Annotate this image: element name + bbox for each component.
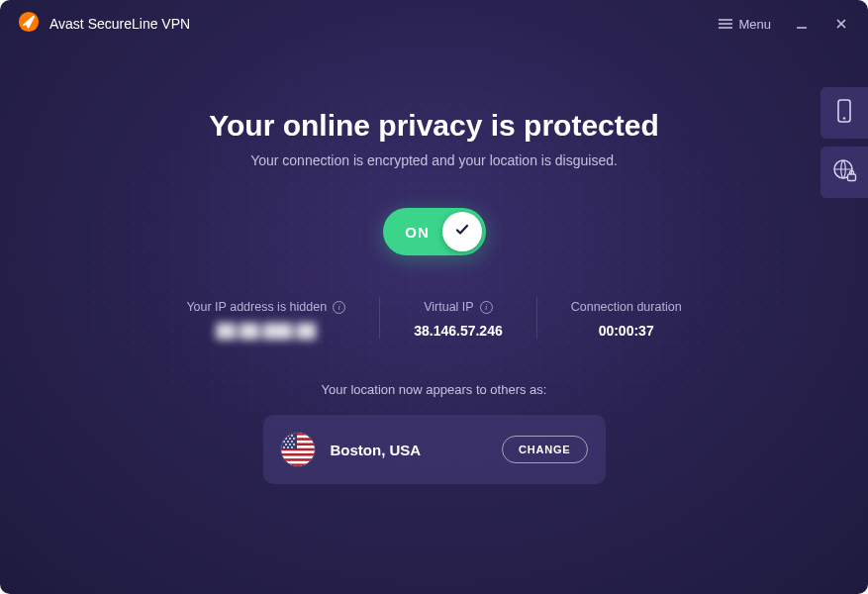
svg-rect-11 [281, 453, 315, 456]
browser-tab[interactable] [820, 147, 868, 198]
info-icon[interactable]: i [333, 301, 345, 314]
svg-point-23 [291, 441, 293, 443]
check-icon [453, 221, 471, 243]
stat-real-ip-label: Your IP address is hidden i [186, 300, 345, 314]
svg-point-15 [283, 435, 285, 437]
stat-real-ip-value: ██.██.███.██ [186, 323, 345, 339]
connection-stats: Your IP address is hidden i ██.██.███.██… [152, 297, 715, 339]
headline: Your online privacy is protected [209, 109, 659, 143]
subheadline: Your connection is encrypted and your lo… [250, 152, 618, 168]
close-button[interactable] [832, 15, 850, 33]
svg-point-21 [283, 441, 285, 443]
svg-rect-7 [281, 433, 315, 436]
location-name: Boston, USA [331, 442, 487, 458]
main-content: Your online privacy is protected Your co… [0, 48, 868, 484]
menu-label: Menu [738, 17, 771, 32]
svg-point-26 [293, 444, 295, 446]
stat-duration-value: 00:00:37 [571, 323, 682, 339]
app-title: Avast SecureLine VPN [49, 16, 190, 32]
stat-virtual-ip-value: 38.146.57.246 [414, 323, 503, 339]
stat-duration-label: Connection duration [571, 300, 682, 314]
stat-duration: Connection duration 00:00:37 [536, 297, 716, 339]
svg-point-17 [291, 435, 293, 437]
svg-point-25 [289, 444, 291, 446]
svg-point-28 [287, 446, 289, 448]
stat-real-ip: Your IP address is hidden i ██.██.███.██ [152, 297, 379, 339]
svg-rect-13 [281, 463, 315, 466]
flag-us-icon [281, 433, 315, 466]
svg-point-19 [289, 438, 291, 440]
side-tabs [820, 87, 868, 198]
minimize-button[interactable] [793, 15, 811, 33]
change-location-button[interactable]: CHANGE [502, 436, 587, 463]
svg-point-29 [291, 446, 293, 448]
svg-point-16 [287, 435, 289, 437]
brand: Avast SecureLine VPN [18, 11, 190, 37]
location-caption: Your location now appears to others as: [322, 382, 547, 397]
info-icon[interactable]: i [480, 301, 493, 314]
svg-point-27 [283, 446, 285, 448]
hamburger-icon [719, 17, 732, 32]
menu-button[interactable]: Menu [719, 17, 771, 32]
svg-point-2 [843, 117, 845, 119]
globe-lock-icon [831, 157, 857, 187]
location-card: Boston, USA CHANGE [263, 415, 606, 484]
svg-rect-4 [848, 174, 856, 181]
svg-point-24 [285, 444, 287, 446]
svg-point-18 [285, 438, 287, 440]
toggle-knob [442, 212, 482, 251]
avast-logo-icon [18, 11, 40, 37]
phone-icon [834, 98, 854, 128]
svg-point-22 [287, 441, 289, 443]
titlebar: Avast SecureLine VPN Menu [0, 0, 868, 48]
app-window: Avast SecureLine VPN Menu [0, 0, 868, 594]
stat-virtual-ip-label: Virtual IP i [424, 300, 493, 314]
svg-rect-12 [281, 458, 315, 461]
toggle-state-label: ON [387, 224, 442, 241]
titlebar-controls: Menu [719, 15, 850, 33]
devices-tab[interactable] [820, 87, 868, 139]
stat-virtual-ip: Virtual IP i 38.146.57.246 [379, 297, 536, 339]
svg-point-20 [293, 438, 295, 440]
vpn-toggle[interactable]: ON [383, 208, 486, 255]
